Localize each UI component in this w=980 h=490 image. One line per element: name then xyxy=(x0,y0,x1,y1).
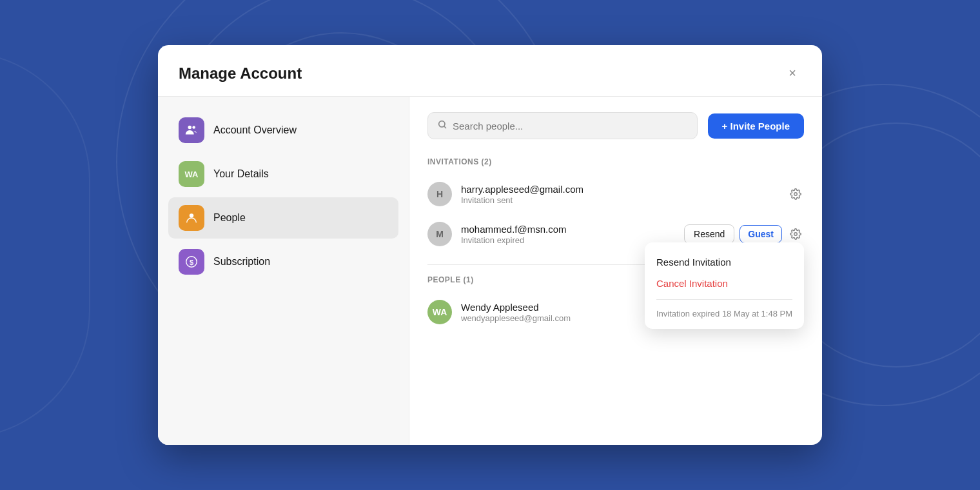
status-harry: Invitation sent xyxy=(461,195,778,205)
search-input[interactable] xyxy=(453,121,688,132)
email-harry: harry.appleseed@gmail.com xyxy=(461,184,778,195)
dropdown-expiry-info: Invitation expired 18 May at 1:48 PM xyxy=(656,305,792,320)
resend-button-mohammed[interactable]: Resend xyxy=(684,224,734,244)
sidebar-item-people[interactable]: People xyxy=(168,197,398,239)
invitation-row-harry: H harry.appleseed@gmail.com Invitation s… xyxy=(427,174,804,214)
sidebar-item-account-overview[interactable]: Account Overview xyxy=(168,110,398,151)
guest-badge-mohammed[interactable]: Guest xyxy=(740,225,782,243)
sidebar: Account Overview WA Your Details People xyxy=(158,97,409,445)
dropdown-divider xyxy=(656,299,792,300)
actions-harry xyxy=(787,186,804,202)
invitation-row-mohammed: M mohammed.f@msn.com Invitation expired … xyxy=(427,214,804,254)
main-content: + Invite People INVITATIONS (2) H harry.… xyxy=(409,97,822,445)
sidebar-item-your-details-label: Your Details xyxy=(213,168,269,180)
status-mohammed: Invitation expired xyxy=(461,235,675,245)
avatar-harry: H xyxy=(427,182,452,206)
sidebar-item-your-details[interactable]: WA Your Details xyxy=(168,153,398,195)
avatar-wendy: WA xyxy=(427,300,452,324)
svg-point-8 xyxy=(794,233,798,236)
search-icon xyxy=(437,119,447,132)
svg-line-6 xyxy=(444,126,446,128)
sidebar-item-subscription-label: Subscription xyxy=(213,256,270,268)
actions-mohammed: Resend Guest xyxy=(684,224,804,244)
svg-point-7 xyxy=(794,193,798,196)
modal-body: Account Overview WA Your Details People xyxy=(158,97,822,445)
sidebar-item-subscription[interactable]: $ Subscription xyxy=(168,241,398,282)
avatar-mohammed: M xyxy=(427,222,452,246)
email-mohammed: mohammed.f@msn.com xyxy=(461,224,675,235)
close-button[interactable]: × xyxy=(783,63,801,83)
your-details-icon: WA xyxy=(179,161,204,187)
svg-point-1 xyxy=(192,126,195,129)
subscription-icon: $ xyxy=(179,249,204,275)
invite-people-button[interactable]: + Invite People xyxy=(708,113,804,139)
svg-point-0 xyxy=(188,126,192,130)
modal-title: Manage Account xyxy=(179,64,302,83)
gear-dropdown-mohammed: Resend Invitation Cancel Invitation Invi… xyxy=(645,242,804,329)
gear-button-harry[interactable] xyxy=(787,186,804,202)
manage-account-modal: Manage Account × Account Overview xyxy=(158,45,822,445)
invitations-section-label: INVITATIONS (2) xyxy=(427,157,804,166)
search-invite-row: + Invite People xyxy=(427,112,804,139)
modal-header: Manage Account × xyxy=(158,45,822,97)
invitations-section: INVITATIONS (2) H harry.appleseed@gmail.… xyxy=(427,157,804,254)
svg-text:$: $ xyxy=(190,259,193,266)
person-info-mohammed: mohammed.f@msn.com Invitation expired xyxy=(461,224,675,245)
svg-point-2 xyxy=(190,213,193,217)
search-box xyxy=(427,112,698,139)
account-overview-icon xyxy=(179,117,204,143)
gear-button-mohammed[interactable] xyxy=(787,226,804,242)
sidebar-item-people-label: People xyxy=(213,212,246,224)
people-icon xyxy=(179,205,204,231)
dropdown-resend-invitation[interactable]: Resend Invitation xyxy=(656,251,792,273)
dropdown-cancel-invitation[interactable]: Cancel Invitation xyxy=(656,273,792,294)
svg-point-5 xyxy=(439,121,445,127)
sidebar-item-account-overview-label: Account Overview xyxy=(213,124,297,136)
person-info-harry: harry.appleseed@gmail.com Invitation sen… xyxy=(461,184,778,205)
